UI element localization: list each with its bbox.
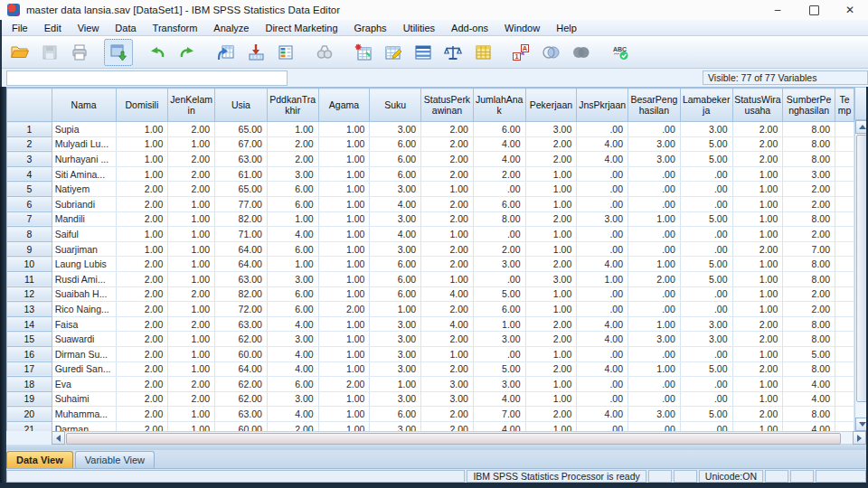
cell[interactable]: 4.00 [577, 332, 628, 347]
column-header-agama[interactable]: Agama [318, 89, 370, 122]
spell-check-button[interactable]: ABC [606, 39, 635, 66]
cell[interactable] [835, 407, 854, 422]
cell[interactable]: 1.00 [318, 407, 370, 422]
row-number[interactable]: 6 [7, 196, 52, 211]
cell[interactable]: .00 [577, 166, 628, 182]
select-cases-button[interactable] [468, 39, 497, 66]
cell[interactable]: 6.00 [267, 241, 318, 257]
cell[interactable]: 1.00 [168, 361, 215, 377]
cell[interactable]: 63.00 [215, 271, 268, 286]
cell[interactable]: 1.00 [628, 257, 681, 272]
cell[interactable]: 61.00 [215, 166, 268, 182]
cell[interactable]: 2.00 [421, 122, 474, 137]
cell[interactable]: 4.00 [421, 316, 474, 332]
cell[interactable]: 2.00 [732, 241, 783, 257]
cell[interactable]: .00 [680, 166, 732, 182]
cell[interactable]: Eva [52, 377, 116, 392]
column-header-sumberpenghasilan[interactable]: SumberPenghasilan [783, 89, 835, 122]
row-number[interactable]: 15 [7, 332, 52, 347]
cell[interactable]: 1.00 [318, 332, 370, 347]
cell[interactable]: Suaibah H... [52, 286, 116, 302]
cell[interactable]: 3.00 [525, 271, 577, 286]
cell[interactable]: 1.00 [628, 211, 681, 227]
cell[interactable]: .00 [473, 227, 525, 242]
cell[interactable]: .00 [577, 227, 628, 242]
cell[interactable]: 1.00 [421, 346, 474, 361]
column-header-jenkelamin[interactable]: JenKelamin [168, 89, 215, 122]
cell[interactable]: 2.00 [116, 196, 168, 211]
cell[interactable] [835, 391, 854, 407]
cell[interactable]: 1.00 [525, 182, 577, 197]
cell[interactable]: .00 [680, 286, 732, 302]
cell[interactable]: 1.00 [732, 211, 783, 227]
cell[interactable]: 5.00 [473, 361, 525, 377]
cell[interactable]: 1.00 [318, 316, 370, 332]
cell[interactable] [835, 286, 854, 302]
cell[interactable]: 2.00 [116, 286, 168, 302]
cell[interactable]: 3.00 [680, 316, 732, 332]
cell[interactable]: Supia [52, 122, 116, 137]
cell[interactable]: 8.00 [473, 211, 525, 227]
cell[interactable]: 5.00 [680, 211, 732, 227]
cell[interactable]: 2.00 [267, 152, 318, 167]
cell[interactable]: 4.00 [267, 361, 318, 377]
cell[interactable]: 1.00 [318, 391, 370, 407]
cell[interactable]: 1.00 [318, 227, 370, 242]
cell[interactable]: 4.00 [421, 286, 474, 302]
grid-corner-cell[interactable] [7, 89, 52, 122]
cell[interactable]: .00 [577, 391, 628, 407]
column-header-statusperkawinan[interactable]: StatusPerkawinan [421, 89, 474, 122]
cell[interactable]: 1.00 [168, 227, 215, 242]
cell[interactable]: 4.00 [473, 136, 525, 152]
cell[interactable]: 2.00 [421, 136, 474, 152]
cell[interactable]: 2.00 [525, 257, 577, 272]
cell[interactable]: 2.00 [783, 182, 835, 197]
tab-data-view[interactable]: Data View [6, 451, 73, 468]
row-number[interactable]: 5 [7, 182, 52, 197]
column-header-pekerjaan[interactable]: Pekerjaan [525, 89, 577, 122]
row-number[interactable]: 18 [7, 377, 52, 392]
cell[interactable]: 1.00 [628, 316, 681, 332]
cell[interactable]: 8.00 [783, 361, 835, 377]
column-header-pddkantrakhir[interactable]: PddkanTrakhir [267, 89, 318, 122]
cell[interactable]: 2.00 [473, 241, 525, 257]
cell[interactable]: .00 [577, 241, 628, 257]
cell[interactable]: .00 [628, 227, 681, 242]
cell[interactable]: 60.00 [215, 346, 268, 361]
cell[interactable]: 1.00 [525, 391, 577, 407]
cell[interactable]: 2.00 [732, 152, 783, 167]
cell[interactable]: 3.00 [577, 211, 628, 227]
column-header-temp[interactable]: Temp [835, 89, 854, 122]
cell[interactable]: 1.00 [318, 196, 370, 211]
cell[interactable]: 3.00 [783, 166, 835, 182]
cell[interactable]: .00 [680, 182, 732, 197]
cell[interactable] [835, 377, 854, 392]
cell[interactable]: 1.00 [732, 302, 783, 317]
cell[interactable]: 1.00 [318, 211, 370, 227]
menu-help[interactable]: Help [548, 22, 585, 34]
cell[interactable]: .00 [628, 302, 681, 317]
cell[interactable]: Suhaimi [52, 391, 116, 407]
cell[interactable]: 1.00 [732, 182, 783, 197]
cell[interactable]: 2.00 [116, 316, 168, 332]
cell[interactable]: 2.00 [116, 257, 168, 272]
cell[interactable]: 1.00 [421, 182, 474, 197]
cell[interactable]: Laung Lubis [52, 257, 116, 272]
cell[interactable]: 2.00 [783, 302, 835, 317]
cell[interactable]: 6.00 [370, 136, 421, 152]
cell[interactable]: 2.00 [116, 211, 168, 227]
cell[interactable]: 4.00 [370, 227, 421, 242]
scroll-left-button[interactable] [52, 431, 65, 445]
column-header-nama[interactable]: Nama [52, 89, 116, 122]
cell[interactable]: 2.00 [421, 241, 474, 257]
cell[interactable]: 1.00 [525, 241, 577, 257]
cell[interactable]: 2.00 [732, 407, 783, 422]
cell[interactable]: 2.00 [732, 316, 783, 332]
open-data-button[interactable] [5, 39, 34, 66]
cell[interactable]: 5.00 [473, 286, 525, 302]
cell[interactable]: 2.00 [525, 361, 577, 377]
row-number[interactable]: 2 [7, 136, 52, 152]
cell[interactable]: 1.00 [168, 407, 215, 422]
insert-variable-button[interactable] [379, 39, 408, 66]
cell[interactable]: 6.00 [370, 271, 421, 286]
